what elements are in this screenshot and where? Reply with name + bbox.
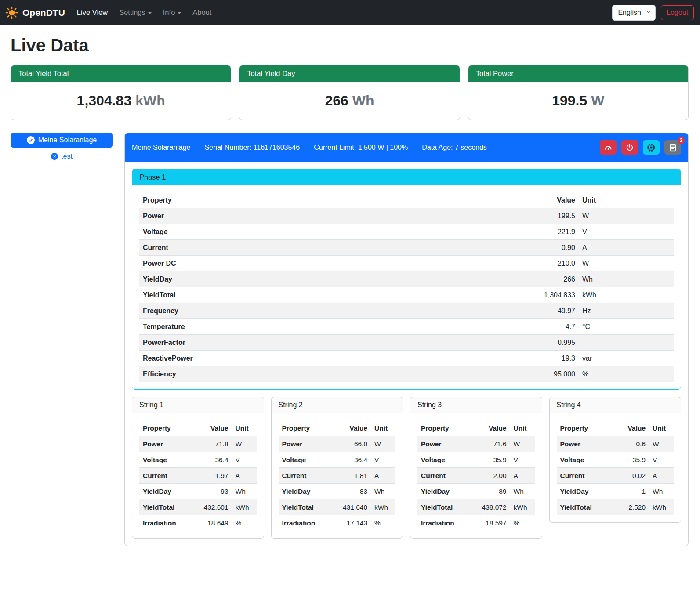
value-cell: 71.6	[469, 436, 510, 452]
main-content: Live Data Total Yield Total 1,304.83kWh …	[0, 25, 700, 558]
cpu-icon	[647, 143, 656, 152]
column-header: Value	[613, 420, 649, 436]
nav-item-info[interactable]: Info	[157, 5, 187, 20]
property-cell: YieldDay	[139, 271, 402, 287]
sidebar-item-test[interactable]: × test	[51, 152, 73, 160]
table-row: Frequency49.97Hz	[139, 303, 674, 319]
unit-cell: Wh	[510, 484, 535, 499]
value-cell: 49.97	[402, 303, 579, 319]
table-header-row: PropertyValueUnit	[139, 420, 257, 436]
inverter-select-label: Meine Solaranlage	[38, 136, 97, 144]
string-card-4: String 4 PropertyValueUnitPower0.6WVolta…	[549, 397, 682, 523]
unit-cell: kWh	[371, 499, 395, 515]
property-cell: ReactivePower	[139, 351, 402, 366]
nav-item-about[interactable]: About	[187, 5, 217, 20]
unit-cell: V	[579, 224, 674, 240]
property-cell: Voltage	[139, 452, 191, 468]
unit-cell: W	[579, 256, 674, 271]
sun-icon	[5, 6, 18, 19]
unit-cell: V	[510, 452, 535, 468]
brand-name: OpenDTU	[22, 7, 65, 18]
table-row: Power71.6W	[417, 436, 535, 452]
property-cell: YieldTotal	[139, 287, 402, 303]
unit-cell: %	[579, 366, 674, 382]
journal-text-icon	[668, 143, 677, 152]
property-cell: Voltage	[279, 452, 330, 468]
device-info-button[interactable]	[643, 140, 660, 155]
logout-button[interactable]: Logout	[661, 5, 694, 20]
nav-item-settings-label: Settings	[119, 8, 145, 17]
unit-cell: Wh	[649, 484, 674, 499]
unit-cell: Hz	[579, 303, 674, 319]
phase-table-container: PropertyValueUnitPower199.5WVoltage221.9…	[132, 185, 681, 382]
string-table-container: PropertyValueUnitPower71.8WVoltage36.4VC…	[132, 413, 264, 531]
unit-cell: A	[371, 468, 395, 484]
unit-cell: %	[371, 515, 395, 531]
table-row: YieldDay1Wh	[557, 484, 674, 499]
current-limit: Current Limit: 1,500 W | 100%	[314, 144, 408, 152]
nav-item-settings[interactable]: Settings	[113, 5, 157, 20]
power-toggle-button[interactable]	[621, 140, 638, 155]
string-title: String 1	[132, 397, 264, 413]
column-header: Unit	[371, 420, 395, 436]
language-select[interactable]: English	[612, 5, 656, 21]
summary-card-body: 1,304.83kWh	[11, 82, 231, 120]
value-cell: 1.97	[191, 468, 232, 484]
nav-item-live-view-label: Live View	[77, 8, 108, 17]
column-header: Value	[330, 420, 371, 436]
unit-cell: W	[649, 436, 674, 452]
table-row: Irradiation18.597%	[417, 515, 535, 531]
value-cell: 4.7	[402, 319, 579, 335]
string-title: String 3	[410, 397, 542, 413]
unit-cell: W	[371, 436, 395, 452]
property-cell: Power	[417, 436, 469, 452]
brand[interactable]: OpenDTU	[5, 6, 65, 19]
summary-card-body: 266Wh	[239, 82, 459, 120]
summary-value: 199.5	[552, 93, 587, 109]
value-cell: 438.072	[469, 499, 510, 515]
table-row: Power DC210.0W	[139, 256, 674, 271]
unit-cell: %	[232, 515, 257, 531]
nav-item-info-label: Info	[163, 8, 175, 17]
property-cell: Power	[557, 436, 613, 452]
table-row: YieldDay266Wh	[139, 271, 674, 287]
property-cell: YieldTotal	[139, 499, 191, 515]
string-card-2: String 2 PropertyValueUnitPower66.0WVolt…	[271, 397, 403, 539]
event-log-button[interactable]: 2	[664, 140, 681, 155]
property-cell: Voltage	[139, 224, 402, 240]
inverter-select-button[interactable]: Meine Solaranlage	[11, 133, 113, 148]
column-header: Value	[469, 420, 510, 436]
content-row: Meine Solaranlage × test Meine Solaranla…	[11, 133, 689, 546]
summary-card-body: 199.5W	[468, 82, 688, 120]
value-cell: 35.9	[469, 452, 510, 468]
nav-item-live-view[interactable]: Live View	[71, 5, 113, 20]
column-header: Property	[279, 420, 330, 436]
property-cell: Power	[279, 436, 330, 452]
limit-settings-button[interactable]	[600, 140, 617, 155]
property-cell: YieldTotal	[557, 499, 613, 515]
table-row: Current1.97A	[139, 468, 257, 484]
data-table: PropertyValueUnitPower71.8WVoltage36.4VC…	[139, 420, 257, 531]
data-table: PropertyValueUnitPower66.0WVoltage36.4VC…	[279, 420, 396, 531]
unit-cell: Wh	[371, 484, 395, 499]
nav-item-about-label: About	[192, 8, 211, 17]
property-cell: PowerFactor	[139, 335, 402, 351]
table-row: YieldDay83Wh	[279, 484, 396, 499]
string-table-container: PropertyValueUnitPower66.0WVoltage36.4VC…	[272, 413, 403, 531]
table-row: Voltage35.9V	[417, 452, 535, 468]
summary-card-total-yield-total: Total Yield Total 1,304.83kWh	[11, 65, 231, 120]
value-cell: 18.649	[191, 515, 232, 531]
column-header: Unit	[510, 420, 535, 436]
table-row: Current0.02A	[557, 468, 674, 484]
summary-unit: Wh	[352, 93, 374, 109]
unit-cell: °C	[579, 319, 674, 335]
summary-card-title: Total Yield Total	[11, 65, 231, 82]
x-circle-icon: ×	[51, 153, 58, 160]
value-cell: 1.81	[330, 468, 371, 484]
table-header-row: PropertyValueUnit	[557, 420, 674, 436]
table-header-row: PropertyValueUnit	[279, 420, 396, 436]
summary-card-total-yield-day: Total Yield Day 266Wh	[239, 65, 460, 120]
sidebar-item-test-label: test	[61, 152, 73, 160]
column-header: Property	[139, 420, 191, 436]
value-cell: 19.3	[402, 351, 579, 366]
